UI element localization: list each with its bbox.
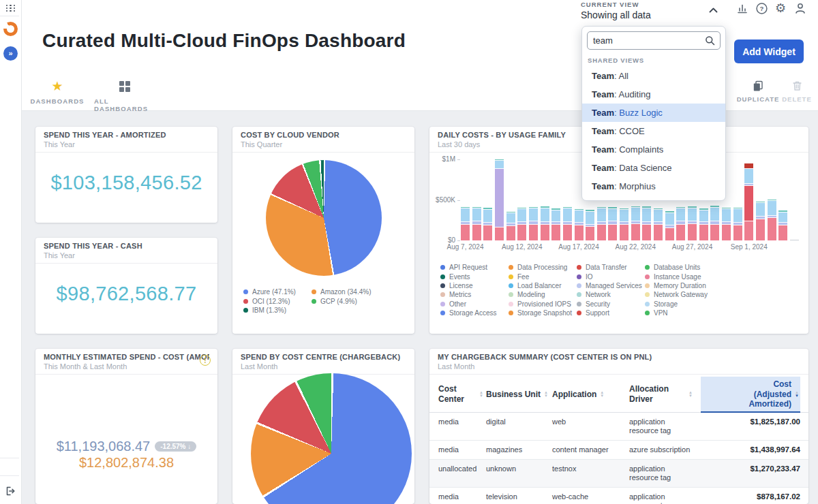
logout-icon[interactable] <box>5 485 17 497</box>
table-cell: media <box>438 492 486 501</box>
table-row: unallocatedunknowntestnoxapplication res… <box>429 460 808 488</box>
legend-item: Data Transfer <box>577 263 645 272</box>
sort-icon: ▲▼ <box>600 391 604 397</box>
table-cell: media <box>438 418 486 426</box>
view-option-ccoe[interactable]: Team: CCOE <box>582 122 725 140</box>
sort-icon: ▲▼ <box>688 391 693 397</box>
view-option-auditing[interactable]: Team: Auditing <box>582 85 725 104</box>
table-header-cell[interactable]: Application▲▼ <box>552 387 629 403</box>
legend-item: Azure (47.1%) <box>243 287 312 296</box>
legend-item: IBM (1.3%) <box>243 306 312 315</box>
table-header-cell[interactable]: Allocation Driver▲▼ <box>629 381 701 407</box>
bar-aug-10 <box>495 159 504 240</box>
bar-aug-15 <box>551 208 560 240</box>
x-axis-tick: Aug 17, 2024 <box>558 243 599 251</box>
settings-gear-icon[interactable]: ⚙ <box>773 1 788 15</box>
app-launcher-button[interactable] <box>4 3 18 14</box>
view-search-box[interactable] <box>587 31 721 50</box>
sort-icon: ▲▼ <box>544 391 548 397</box>
bar-aug-16 <box>563 207 572 240</box>
sidebar: » <box>0 0 22 504</box>
legend-usage-family: API RequestEventsLicenseMetricsOtherStor… <box>440 263 733 317</box>
table-cell: application resource tag <box>629 418 701 435</box>
add-widget-button[interactable]: Add Widget <box>734 40 804 63</box>
legend-item: Data Processing <box>509 263 577 272</box>
table-cell: content manager <box>552 445 629 454</box>
table-header-cell[interactable]: Cost (Adjusted Amortized)▲▼ <box>701 377 800 412</box>
bar-aug-29 <box>710 206 719 240</box>
star-icon: ★ <box>51 80 63 93</box>
bar-aug-23 <box>642 206 651 240</box>
analytics-icon[interactable] <box>735 1 750 15</box>
legend-item: Fee <box>509 272 577 281</box>
table-cell: digital <box>486 418 552 426</box>
legend-item: API Request <box>440 263 509 272</box>
bar-aug-7 <box>461 207 470 240</box>
table-cell: application resource tag <box>629 464 701 482</box>
view-option-all[interactable]: Team: All <box>582 67 725 85</box>
duplicate-icon <box>752 80 764 92</box>
table-cell: azure subscription <box>629 445 701 454</box>
view-option-morphius[interactable]: Team: Morphius <box>582 177 725 195</box>
widget-title: MONTHLY ESTIMATED SPEND - COST (AMORT... <box>44 353 209 362</box>
view-option-complaints[interactable]: Team: Complaints <box>582 140 725 159</box>
divider <box>0 458 19 458</box>
kpi-current-value: $11,193,068.47 <box>57 439 151 454</box>
legend-item: Security <box>577 300 645 309</box>
current-view-selector[interactable]: CURRENT VIEW Showing all data <box>581 1 651 20</box>
legend-item: Metrics <box>440 290 509 299</box>
search-icon <box>705 35 716 46</box>
apps-grid-icon <box>6 5 16 12</box>
view-option-data-science[interactable]: Team: Data Science <box>582 159 725 177</box>
pie-chart-cloud-vendor <box>266 160 382 276</box>
widget-title: SPEND BY COST CENTRE (CHARGEBACK) <box>241 353 406 362</box>
table-header-cell[interactable]: Cost Center▲▼ <box>438 381 486 407</box>
sidebar-expand-button[interactable]: » <box>3 46 18 61</box>
y-axis-label: $500K <box>431 196 455 204</box>
help-icon[interactable]: ? <box>754 1 769 15</box>
chevron-up-icon[interactable] <box>709 7 718 13</box>
kpi-previous-value: $12,802,874.38 <box>35 454 217 471</box>
legend-item: Load Balancer <box>509 281 577 290</box>
page-title: Curated Multi-Cloud FinOps Dashboard <box>42 30 406 52</box>
view-search-input[interactable] <box>593 35 702 46</box>
legend-item: Events <box>440 272 509 281</box>
trash-icon <box>791 80 803 92</box>
table-cell: web-cache <box>552 492 629 501</box>
legend-item: Provisioned IOPS <box>509 300 577 309</box>
bar-aug-21 <box>620 208 628 240</box>
legend-item: OCI (12.3%) <box>243 296 312 305</box>
legend-item: Storage Access <box>440 309 509 317</box>
table-cell: unallocated <box>438 464 486 473</box>
view-option-buzz-logic[interactable]: Team: Buzz Logic <box>582 104 725 122</box>
warning-icon[interactable]: ! <box>200 355 211 366</box>
table-cell: unknown <box>486 464 552 473</box>
table-cell: $1,270,233.47 <box>701 464 800 473</box>
bar-sep-4 <box>778 210 787 240</box>
tab-dashboards[interactable]: ★ DASHBOARDS <box>27 80 88 105</box>
legend-cloud-vendor: Azure (47.1%)OCI (12.3%)IBM (1.3%)Amazon… <box>243 287 393 315</box>
bar-sep-3 <box>768 200 776 240</box>
widget-spend-this-year-cash: SPEND THIS YEAR - CASH This Year $98,762… <box>35 238 217 334</box>
bar-aug-13 <box>529 207 538 240</box>
table-row: mediamagazinescontent managerazure subsc… <box>429 441 808 460</box>
x-axis-tick: Aug 12, 2024 <box>502 243 543 251</box>
widget-spend-this-year-amortized: SPEND THIS YEAR - AMORTIZED This Year $1… <box>35 127 217 223</box>
table-cell: $1,825,187.00 <box>701 418 800 426</box>
table-cell: media <box>438 445 486 454</box>
delete-button[interactable]: DELETE <box>773 80 818 103</box>
bar-sep-5 <box>790 240 799 240</box>
current-view-value: Showing all data <box>581 10 651 20</box>
legend-item: Network <box>577 290 645 299</box>
table-cell: $878,167.02 <box>701 492 800 501</box>
user-icon[interactable] <box>793 1 808 15</box>
legend-item: Storage <box>645 300 733 309</box>
tab-all-dashboards[interactable]: ALL DASHBOARDS <box>94 80 155 112</box>
table-header-cell[interactable]: Business Unit▲▼ <box>486 387 552 403</box>
bar-aug-27 <box>688 206 697 240</box>
sort-icon: ▲▼ <box>795 391 799 397</box>
pie-chart-cost-centre <box>251 373 412 504</box>
bar-aug-8 <box>472 207 481 240</box>
bar-aug-22 <box>631 206 640 240</box>
widget-subtitle: This Year <box>44 140 209 149</box>
